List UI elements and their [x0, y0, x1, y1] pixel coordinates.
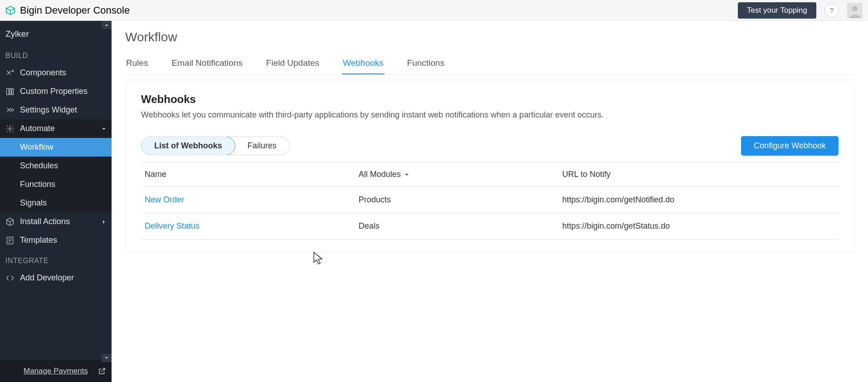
webhook-name-link[interactable]: New Order [145, 195, 359, 205]
chevron-down-icon [104, 356, 109, 360]
sidebar-footer: Manage Payments [0, 360, 112, 382]
automate-icon [5, 124, 15, 133]
configure-webhook-button[interactable]: Configure Webhook [741, 136, 839, 156]
templates-icon [5, 236, 15, 245]
sidebar-item-custom-properties[interactable]: Custom Properties [0, 82, 112, 101]
card-toolbar: List of Webhooks Failures Configure Webh… [141, 136, 839, 156]
sidebar-item-label: Install Actions [20, 217, 70, 226]
table-header: Name All Modules URL to Notify [141, 162, 839, 187]
sidebar-item-label: Components [20, 68, 66, 78]
svg-point-5 [9, 127, 11, 130]
scroll-up-indicator[interactable] [102, 21, 112, 29]
card-desc: Webhooks let you communicate with third-… [141, 110, 839, 120]
pill-group: List of Webhooks Failures [141, 137, 290, 155]
avatar[interactable] [847, 3, 863, 18]
help-button[interactable]: ? [824, 3, 839, 18]
pill-list-of-webhooks[interactable]: List of Webhooks [141, 137, 235, 155]
sidebar-item-label: Add Developer [20, 273, 74, 283]
card-title: Webhooks [141, 93, 839, 106]
app-title: Bigin Developer Console [20, 5, 130, 16]
logo-area: Bigin Developer Console [5, 5, 130, 16]
section-build: BUILD [0, 44, 112, 64]
tab-field-updates[interactable]: Field Updates [265, 53, 320, 74]
page-title: Workflow [125, 30, 854, 44]
sidebar-item-templates[interactable]: Templates [0, 231, 112, 250]
sidebar-item-label: Settings Widget [20, 105, 77, 115]
column-url: URL to Notify [562, 170, 835, 179]
webhook-name-link[interactable]: Delivery Status [145, 221, 359, 231]
sidebar-item-label: Automate [20, 124, 55, 133]
pill-failures[interactable]: Failures [235, 137, 289, 155]
svg-rect-3 [10, 88, 11, 94]
sidebar-item-components[interactable]: Components [0, 64, 112, 82]
subnav-signals[interactable]: Signals [0, 194, 112, 212]
dropdown-caret-icon [405, 172, 409, 177]
webhook-url: https://bigin.com/getNotified.do [562, 195, 835, 205]
caret-down-icon [102, 127, 106, 131]
sidebar-item-settings-widget[interactable]: Settings Widget [0, 101, 112, 119]
install-actions-icon [5, 217, 15, 226]
subnav-workflow[interactable]: Workflow [0, 138, 112, 157]
svg-point-1 [852, 6, 858, 11]
table-row: New Order Products https://bigin.com/get… [141, 187, 839, 213]
webhook-module: Products [359, 195, 562, 205]
column-modules-dropdown[interactable]: All Modules [359, 170, 562, 179]
webhooks-table: Name All Modules URL to Notify New Order… [141, 162, 839, 240]
external-link-icon[interactable] [98, 367, 106, 375]
tab-functions[interactable]: Functions [406, 53, 445, 74]
tab-email-notifications[interactable]: Email Notifications [171, 53, 244, 74]
sidebar-item-add-developer[interactable]: Add Developer [0, 269, 112, 287]
caret-right-icon [102, 220, 106, 224]
tab-webhooks[interactable]: Webhooks [342, 53, 384, 74]
components-icon [5, 69, 15, 78]
subnav-schedules[interactable]: Schedules [0, 157, 112, 175]
scroll-down-indicator[interactable] [102, 354, 112, 362]
add-developer-icon [5, 274, 15, 283]
tab-rules[interactable]: Rules [125, 53, 149, 74]
header-bar: Bigin Developer Console Test your Toppin… [0, 0, 868, 21]
sidebar-item-automate[interactable]: Automate [0, 119, 112, 138]
column-modules-label: All Modules [359, 170, 401, 179]
webhook-url: https://bigin.com/getStatus.do [562, 221, 835, 231]
chevron-up-icon [104, 23, 109, 27]
webhook-module: Deals [359, 221, 562, 231]
svg-rect-2 [7, 88, 9, 94]
tabs: Rules Email Notifications Field Updates … [125, 53, 854, 74]
test-topping-button[interactable]: Test your Topping [738, 2, 816, 19]
sidebar-item-install-actions[interactable]: Install Actions [0, 212, 112, 231]
webhooks-card: Webhooks Webhooks let you communicate wi… [125, 80, 854, 253]
org-name: Zylker [0, 21, 112, 44]
subnav-functions[interactable]: Functions [0, 175, 112, 194]
sidebar-item-label: Templates [20, 235, 57, 245]
section-integrate: INTEGRATE [0, 250, 112, 269]
manage-payments-link[interactable]: Manage Payments [24, 367, 88, 376]
custom-properties-icon [5, 87, 15, 96]
svg-rect-4 [12, 88, 13, 94]
settings-widget-icon [5, 106, 15, 115]
main-content: Workflow Rules Email Notifications Field… [112, 21, 868, 382]
column-name: Name [145, 170, 359, 179]
sidebar: Zylker BUILD Components Custom Propertie… [0, 21, 112, 382]
sidebar-item-label: Custom Properties [20, 87, 88, 96]
bigin-logo-icon [5, 5, 15, 15]
table-row: Delivery Status Deals https://bigin.com/… [141, 213, 839, 240]
